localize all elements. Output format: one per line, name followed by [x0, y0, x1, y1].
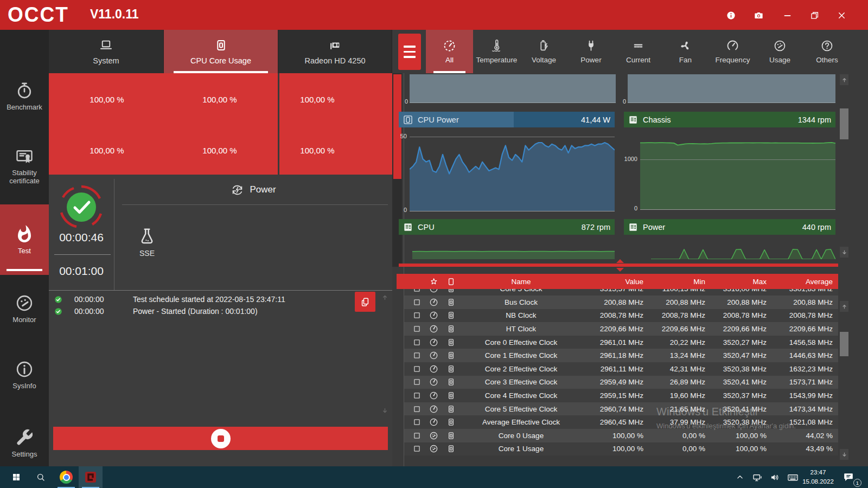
monitor-tab-temperature[interactable]: Temperature [473, 30, 520, 73]
charts-scroll-up-button[interactable] [840, 74, 848, 85]
graph-toggle[interactable] [442, 311, 459, 320]
table-row[interactable]: Bus Clock 200,88 MHz 200,88 MHz 200,88 M… [404, 296, 838, 309]
monitoring-menu-button[interactable] [398, 34, 421, 70]
monitor-tab-frequency[interactable]: Frequency [709, 30, 756, 73]
charts-scroll-down-button[interactable] [840, 247, 848, 258]
graph-toggle[interactable] [442, 324, 459, 333]
table-row[interactable]: Average Effective Clock 2960,45 MHz 37,9… [404, 415, 838, 429]
start-button[interactable] [5, 466, 27, 488]
column-header-max[interactable]: Max [705, 278, 767, 286]
favorites-column-button[interactable] [425, 277, 442, 286]
graph-column-button[interactable] [442, 277, 459, 286]
about-button[interactable] [723, 7, 739, 23]
graph-toggle[interactable] [442, 431, 459, 440]
monitor-tab-usage[interactable]: Usage [756, 30, 803, 73]
graph-toggle[interactable] [442, 298, 459, 307]
monitor-tab-fan[interactable]: Fan [662, 30, 709, 73]
sidebar-item-settings[interactable]: Settings [0, 418, 49, 468]
sidebar-item-benchmark[interactable]: Benchmark [0, 73, 49, 119]
close-button[interactable] [833, 7, 850, 23]
table-row[interactable]: Core 0 Usage 100,00 % 0,00 % 100,00 % 44… [404, 429, 838, 442]
row-checkbox[interactable] [409, 324, 425, 333]
row-checkbox[interactable] [409, 351, 425, 360]
graph-toggle[interactable] [442, 418, 459, 427]
row-checkbox[interactable] [409, 431, 425, 440]
monitor-tab-others[interactable]: Others [803, 30, 851, 73]
row-checkbox[interactable] [409, 404, 425, 414]
gauge-needle-icon [429, 351, 438, 360]
table-row[interactable]: Core 4 Effective Clock 2959,15 MHz 19,60… [404, 389, 838, 402]
tab-cpu-core-usage[interactable]: CPU Core Usage [164, 30, 278, 73]
graph-toggle[interactable] [442, 444, 459, 453]
sidebar-item-test[interactable]: Test [0, 204, 49, 275]
row-checkbox[interactable] [409, 444, 425, 453]
restore-button[interactable] [806, 7, 822, 23]
tab-system[interactable]: System [49, 30, 164, 73]
stop-test-button[interactable] [53, 427, 388, 450]
monitor-tab-voltage[interactable]: Voltage [520, 30, 567, 73]
splitter-down-arrow[interactable] [616, 268, 624, 272]
table-row[interactable]: Core 3 Effective Clock 2959,49 MHz 26,89… [404, 376, 838, 389]
sidebar-item-sysinfo[interactable]: SysInfo [0, 350, 49, 400]
row-checkbox[interactable] [409, 338, 425, 347]
table-row[interactable]: HT Clock 2209,66 MHz 2209,66 MHz 2209,66… [404, 322, 838, 336]
monitor-tab-current[interactable]: Current [615, 30, 662, 73]
column-header-name[interactable]: Name [459, 278, 583, 286]
column-header-min[interactable]: Min [643, 278, 705, 286]
minimize-button[interactable] [779, 7, 795, 23]
sensor-header-cpu-fan[interactable]: CPU 872 rpm [399, 219, 615, 235]
volume-tray-button[interactable] [766, 466, 783, 488]
row-checkbox[interactable] [409, 311, 425, 320]
graph-toggle[interactable] [442, 391, 459, 400]
sensor-header-cpu-power[interactable]: CPU Power 41,44 W [399, 112, 615, 127]
table-row[interactable]: Core 1 Effective Clock 2961,18 MHz 13,24… [404, 349, 838, 362]
row-checkbox[interactable] [409, 418, 425, 427]
row-checkbox[interactable] [409, 377, 425, 387]
tray-chevron-button[interactable] [732, 466, 748, 488]
graph-toggle[interactable] [442, 351, 459, 360]
taskbar-occt-button[interactable] [79, 466, 103, 488]
table-scroll-down-button[interactable] [840, 449, 848, 460]
row-checkbox[interactable] [409, 391, 425, 400]
keyboard-tray-button[interactable] [783, 466, 802, 488]
scroll-down-icon[interactable] [381, 407, 389, 415]
table-row[interactable]: Core 1 Usage 100,00 % 0,00 % 100,00 % 43… [404, 442, 838, 456]
graph-toggle[interactable] [442, 377, 459, 387]
taskbar-clock[interactable]: 23:47 15.08.2022 [802, 468, 834, 486]
taskbar-chrome-button[interactable] [54, 466, 78, 488]
column-header-average[interactable]: Average [767, 278, 833, 286]
table-row[interactable]: Core 5 Clock 3515,57 MHz 1100,15 MHz 351… [404, 289, 838, 296]
tab-radeon[interactable]: Radeon HD 4250 [278, 30, 392, 73]
charts-scrollbar-thumb[interactable] [840, 108, 848, 139]
table-scrollbar-thumb[interactable] [840, 332, 848, 356]
monitor-tab-power[interactable]: Power [567, 30, 615, 73]
table-row[interactable]: Core 5 Effective Clock 2960,74 MHz 21,65… [404, 402, 838, 416]
monitor-tab-all[interactable]: All [426, 30, 473, 73]
log-row: 00:00:00Test schedule started at 2022-08… [49, 293, 385, 305]
graph-toggle[interactable] [442, 289, 459, 293]
sidebar-item-monitor[interactable]: Monitor [0, 284, 49, 333]
sensor-header-chassis[interactable]: Chassis 1344 rpm [624, 112, 835, 127]
taskbar-search-button[interactable] [30, 466, 52, 488]
sidebar-item-stability-certificate[interactable]: Stability certificate [0, 137, 49, 195]
check-circle-icon [54, 307, 62, 316]
column-header-value[interactable]: Value [583, 278, 643, 286]
row-checkbox[interactable] [409, 364, 425, 374]
action-center-button[interactable]: 1 [838, 466, 859, 488]
table-scroll-up-button[interactable] [840, 301, 848, 312]
copy-log-button[interactable] [355, 292, 375, 312]
row-checkbox[interactable] [409, 298, 425, 307]
graph-toggle[interactable] [442, 364, 459, 374]
row-checkbox[interactable] [409, 289, 425, 293]
sensor-header-power-fan[interactable]: Power 440 rpm [624, 219, 835, 235]
graph-toggle[interactable] [442, 338, 459, 347]
table-row[interactable]: Core 2 Effective Clock 2961,11 MHz 42,31… [404, 362, 838, 376]
splitter-up-arrow[interactable] [616, 259, 624, 263]
network-tray-button[interactable] [749, 466, 766, 488]
splitter-bar[interactable] [399, 264, 838, 267]
scroll-up-icon[interactable] [381, 293, 389, 301]
graph-toggle[interactable] [442, 404, 459, 414]
table-row[interactable]: NB Clock 2008,78 MHz 2008,78 MHz 2008,78… [404, 309, 838, 323]
table-row[interactable]: Core 0 Effective Clock 2961,01 MHz 20,22… [404, 336, 838, 349]
screenshot-button[interactable] [750, 7, 767, 23]
